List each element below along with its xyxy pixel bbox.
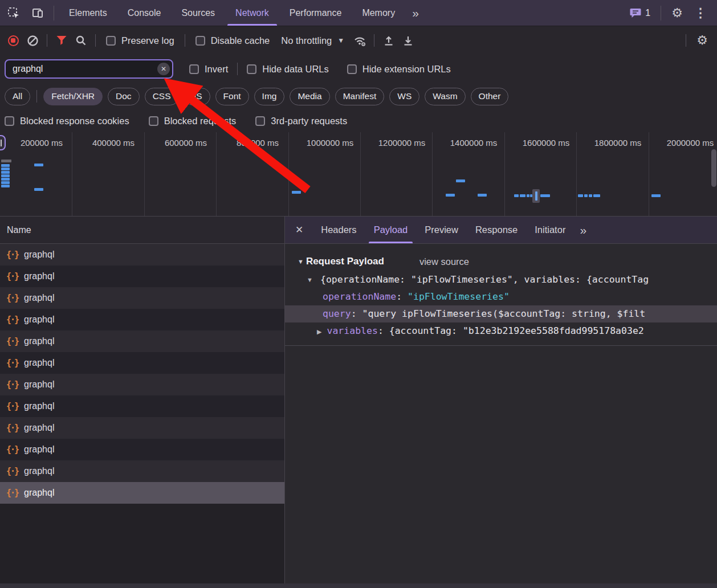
checkbox[interactable] <box>149 116 158 126</box>
request-timing-bar[interactable] <box>589 194 592 197</box>
throttling-dropdown[interactable]: No throttling ▼ <box>275 35 350 46</box>
search-icon[interactable] <box>71 31 91 50</box>
filter-chip-font[interactable]: Font <box>215 88 249 105</box>
clear-filter-icon[interactable]: ✕ <box>157 63 170 75</box>
checkbox[interactable] <box>189 64 199 74</box>
checkbox[interactable] <box>5 116 14 126</box>
detail-tab-response[interactable]: Response <box>467 217 526 243</box>
network-settings-gear-icon[interactable]: ⚙ <box>691 34 714 47</box>
payload-prop-operationname[interactable]: operationName: "ipFlowTimeseries" <box>285 288 717 305</box>
settings-gear-icon[interactable]: ⚙ <box>666 7 689 19</box>
request-timing-bar[interactable] <box>1 171 10 174</box>
tab-memory[interactable]: Memory <box>352 0 405 26</box>
request-timing-bar[interactable] <box>456 179 465 182</box>
more-detail-tabs-icon[interactable]: » <box>574 223 592 237</box>
request-timing-bar[interactable] <box>527 194 529 197</box>
filter-chip-wasm[interactable]: Wasm <box>425 88 465 105</box>
name-column-header[interactable]: Name <box>0 217 284 244</box>
request-timing-bar[interactable] <box>540 194 550 197</box>
network-conditions-icon[interactable] <box>350 31 369 50</box>
disable-cache-checkbox[interactable]: Disable cache <box>195 35 270 46</box>
filter-chip-media[interactable]: Media <box>290 88 329 105</box>
detail-tab-preview[interactable]: Preview <box>416 217 467 243</box>
more-panels-icon[interactable]: » <box>405 6 426 20</box>
request-row[interactable]: {·}graphql <box>0 374 284 395</box>
request-timing-bar[interactable] <box>1 174 10 177</box>
inspect-element-icon[interactable] <box>6 5 22 21</box>
request-timing-bar[interactable] <box>578 194 583 197</box>
request-timing-bar[interactable] <box>1 185 10 187</box>
close-details-icon[interactable]: ✕ <box>285 224 312 236</box>
request-timing-bar[interactable] <box>514 194 519 197</box>
checkbox[interactable] <box>106 36 116 46</box>
filter-chip-ws[interactable]: WS <box>389 88 419 105</box>
detail-tab-payload[interactable]: Payload <box>365 217 417 243</box>
selected-request-marker[interactable] <box>532 189 540 203</box>
filter-chip-all[interactable]: All <box>5 88 30 105</box>
request-row[interactable]: {·}graphql <box>0 395 284 417</box>
view-source-link[interactable]: view source <box>419 256 469 267</box>
request-row[interactable]: {·}graphql <box>0 330 284 352</box>
timeline-scrollbar-thumb[interactable] <box>711 149 716 187</box>
tab-elements[interactable]: Elements <box>59 0 117 26</box>
request-timing-bar[interactable] <box>478 194 487 197</box>
record-network-log-icon[interactable] <box>3 31 23 50</box>
checkbox[interactable] <box>195 36 205 46</box>
detail-tab-initiator[interactable]: Initiator <box>526 217 574 243</box>
issues-badge[interactable]: 1 <box>624 8 656 18</box>
payload-prop-variables[interactable]: ▶variables: {accountTag: "b12e3b2192ee55… <box>285 322 717 340</box>
filter-chip-doc[interactable]: Doc <box>108 88 140 105</box>
request-timing-bar[interactable] <box>1 168 10 170</box>
filter-chip-other[interactable]: Other <box>471 88 509 105</box>
preserve-log-checkbox[interactable]: Preserve log <box>106 35 174 46</box>
request-timing-bar[interactable] <box>292 191 301 194</box>
filter-chip-js[interactable]: JS <box>184 88 210 105</box>
tab-sources[interactable]: Sources <box>171 0 225 26</box>
network-overview-timeline[interactable]: 200000 ms400000 ms600000 ms800000 ms1000… <box>0 132 717 217</box>
request-timing-bar[interactable] <box>593 194 600 197</box>
request-row[interactable]: {·}graphql <box>0 439 284 460</box>
filter-funnel-icon[interactable] <box>52 31 71 50</box>
request-timing-bar[interactable] <box>520 194 525 197</box>
request-timing-bar[interactable] <box>1 160 11 162</box>
blocked-response-cookies-checkbox[interactable]: Blocked response cookies <box>5 116 129 126</box>
checkbox[interactable] <box>255 116 265 126</box>
clear-network-log-icon[interactable] <box>23 31 42 50</box>
request-row[interactable]: {·}graphql <box>0 352 284 374</box>
payload-summary-row[interactable]: ▼{operationName: "ipFlowTimeseries", var… <box>285 271 717 288</box>
filter-chip-img[interactable]: Img <box>254 88 285 105</box>
request-row[interactable]: {·}graphql <box>0 417 284 439</box>
request-timing-bar[interactable] <box>1 181 10 184</box>
hide-data-urls-checkbox[interactable]: Hide data URLs <box>247 64 328 75</box>
request-timing-bar[interactable] <box>446 194 455 197</box>
payload-prop-query[interactable]: query: "query ipFlowTimeseries($accountT… <box>285 305 717 322</box>
request-row[interactable]: {·}graphql <box>0 309 284 330</box>
device-toolbar-icon[interactable] <box>30 5 46 21</box>
filter-chip-fetch-xhr[interactable]: Fetch/XHR <box>43 88 103 105</box>
hide-extension-urls-checkbox[interactable]: Hide extension URLs <box>347 64 451 75</box>
tab-performance[interactable]: Performance <box>279 0 352 26</box>
timeline-left-handle[interactable] <box>0 135 6 150</box>
checkbox[interactable] <box>247 64 256 74</box>
import-har-icon[interactable] <box>379 31 398 50</box>
request-timing-bar[interactable] <box>584 194 588 197</box>
request-row[interactable]: {·}graphql <box>0 287 284 309</box>
checkbox[interactable] <box>347 64 357 74</box>
request-row[interactable]: {·}graphql <box>0 244 284 266</box>
request-timing-bar[interactable] <box>34 164 43 166</box>
export-har-icon[interactable] <box>398 31 418 50</box>
detail-tab-headers[interactable]: Headers <box>312 217 365 243</box>
request-row[interactable]: {·}graphql <box>0 266 284 287</box>
expand-triangle-icon[interactable]: ▶ <box>317 328 321 335</box>
collapse-triangle-icon[interactable]: ▼ <box>298 258 304 265</box>
3rd-party-requests-checkbox[interactable]: 3rd-party requests <box>255 116 347 126</box>
request-timing-bar[interactable] <box>1 164 10 167</box>
request-row[interactable]: {·}graphql <box>0 460 284 482</box>
blocked-requests-checkbox[interactable]: Blocked requests <box>149 116 237 126</box>
invert-checkbox[interactable]: Invert <box>189 64 228 75</box>
expand-triangle-icon[interactable]: ▼ <box>307 271 313 288</box>
tab-network[interactable]: Network <box>225 0 279 26</box>
request-timing-bar[interactable] <box>651 194 661 197</box>
request-timing-bar[interactable] <box>34 188 43 191</box>
filter-chip-css[interactable]: CSS <box>145 88 179 105</box>
